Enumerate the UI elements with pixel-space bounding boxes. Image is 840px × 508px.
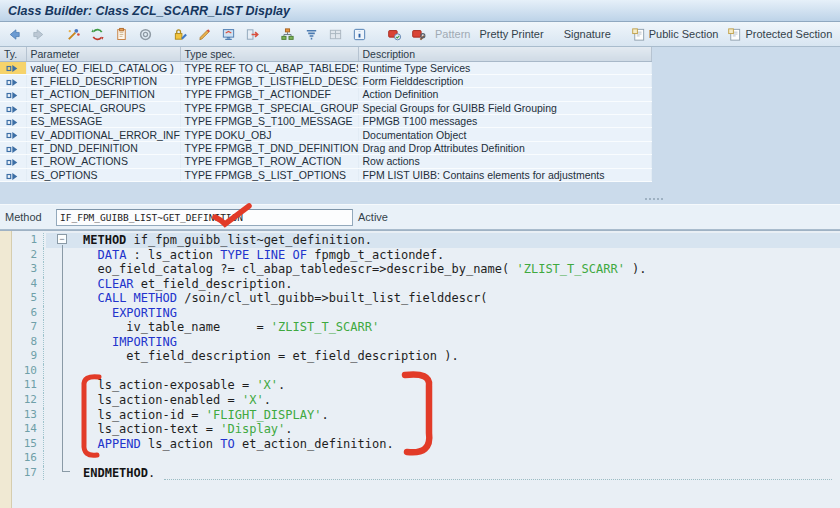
parameter-row[interactable]: value( EO_FIELD_CATALOG )TYPE REF TO CL_…	[0, 61, 651, 74]
line-number: 6	[0, 306, 44, 321]
parameter-cell[interactable]: ET_ROW_ACTIONS	[26, 155, 180, 168]
exporting-parameter-icon	[6, 155, 19, 167]
ty-cell[interactable]	[0, 168, 26, 181]
object-list-icon	[280, 27, 295, 42]
parameter-row[interactable]: EV_ADDITIONAL_ERROR_INFOTYPE DOKU_OBJDoc…	[0, 128, 651, 141]
parameter-cell[interactable]: ET_SPECIAL_GROUPS	[26, 101, 180, 114]
exporting-parameter-icon	[6, 129, 19, 141]
code-line[interactable]: 12 ls_action-enabled = 'X'.	[0, 393, 840, 408]
code-line[interactable]: 2 DATA : ls_action TYPE LINE OF fpmgb_t_…	[0, 248, 840, 263]
description-cell[interactable]: Special Groups for GUIBB Field Grouping	[358, 101, 651, 114]
ty-cell[interactable]	[0, 74, 26, 87]
code-text: CALL METHOD /soin/cl_utl_guibb=>built_li…	[44, 291, 488, 306]
parameter-row[interactable]: ET_ACTION_DEFINITIONTYPE FPMGB_T_ACTIOND…	[0, 88, 651, 101]
back-icon	[7, 27, 22, 42]
parameter-row[interactable]: ET_ROW_ACTIONSTYPE FPMGB_T_ROW_ACTIONRow…	[0, 155, 651, 168]
object-list-button[interactable]	[277, 26, 298, 43]
line-number: 5	[0, 291, 44, 306]
description-cell[interactable]: FPMGB T100 messages	[358, 115, 651, 128]
code-line[interactable]: 8 IMPORTING	[0, 335, 840, 350]
ty-cell[interactable]	[0, 101, 26, 114]
parameter-row[interactable]: ES_MESSAGETYPE FPMGB_S_T100_MESSAGEFPMGB…	[0, 115, 651, 128]
exit-icon	[245, 27, 260, 42]
parameter-cell[interactable]: ES_MESSAGE	[26, 115, 180, 128]
description-cell[interactable]: Documentation Object	[358, 128, 651, 141]
code-line[interactable]: 3 eo_field_catalog ?= cl_abap_tabledescr…	[0, 262, 840, 277]
where-used-button[interactable]	[135, 26, 156, 43]
code-line[interactable]: 7 iv_table_name = 'ZLIST_T_SCARR'	[0, 320, 840, 335]
line-number: 10	[0, 364, 44, 379]
check-button[interactable]	[384, 26, 405, 43]
code-line[interactable]: 6 EXPORTING	[0, 306, 840, 321]
code-line[interactable]: 1METHOD if_fpm_guibb_list~get_definition…	[0, 233, 840, 248]
refresh-button[interactable]	[87, 26, 108, 43]
column-header-ty: Ty.	[0, 47, 26, 61]
type-spec-cell[interactable]: TYPE FPMGB_S_LIST_OPTIONS	[180, 168, 358, 181]
code-line[interactable]: 13 ls_action-id = 'FLIGHT_DISPLAY'.	[0, 408, 840, 423]
test-button[interactable]	[218, 26, 239, 43]
back-button[interactable]	[4, 26, 25, 43]
activate-button[interactable]	[408, 26, 429, 43]
parameter-cell[interactable]: EV_ADDITIONAL_ERROR_INFO	[26, 128, 180, 141]
description-cell[interactable]: FPM LIST UIBB: Contains elements for adj…	[358, 168, 651, 181]
type-spec-cell[interactable]: TYPE REF TO CL_ABAP_TABLEDESCR	[180, 61, 358, 74]
type-spec-cell[interactable]: TYPE FPMGB_T_DND_DEFINITION	[180, 141, 358, 154]
type-spec-cell[interactable]: TYPE FPMGB_S_T100_MESSAGE	[180, 115, 358, 128]
line-number: 4	[0, 277, 44, 292]
fold-toggle-icon[interactable]: −	[57, 234, 67, 244]
code-line[interactable]: 9 et_field_description = et_field_descri…	[0, 349, 840, 364]
parameter-cell[interactable]: ET_FIELD_DESCRIPTION	[26, 74, 180, 87]
code-line[interactable]: 14 ls_action-text = 'Display'.	[0, 422, 840, 437]
code-line[interactable]: 16	[0, 451, 840, 466]
protected-section-button[interactable]: Protected Section	[724, 26, 835, 43]
code-line[interactable]: 15 APPEND ls_action TO et_action_definit…	[0, 437, 840, 452]
description-cell[interactable]: Drag and Drop Attributes Definition	[358, 141, 651, 154]
code-line[interactable]: 11 ls_action-exposable = 'X'.	[0, 378, 840, 393]
exporting-parameter-icon	[6, 115, 19, 127]
description-cell[interactable]: Runtime Type Services	[358, 61, 651, 74]
parameter-cell[interactable]: value( EO_FIELD_CATALOG )	[26, 61, 180, 74]
ty-cell[interactable]	[0, 128, 26, 141]
change-button[interactable]	[194, 26, 215, 43]
splitter-grip[interactable]	[645, 197, 669, 201]
code-text: ls_action-exposable = 'X'.	[44, 378, 285, 393]
sort-icon	[304, 27, 319, 42]
display-change-button[interactable]	[170, 26, 191, 43]
type-spec-cell[interactable]: TYPE FPMGB_T_ACTIONDEF	[180, 88, 358, 101]
type-spec-cell[interactable]: TYPE DOKU_OBJ	[180, 128, 358, 141]
description-cell[interactable]: Row actions	[358, 155, 651, 168]
type-spec-cell[interactable]: TYPE FPMGB_T_SPECIAL_GROUPS	[180, 101, 358, 114]
ty-cell[interactable]	[0, 88, 26, 101]
ty-cell[interactable]	[0, 155, 26, 168]
ty-cell[interactable]	[0, 141, 26, 154]
exit-button[interactable]	[242, 26, 263, 43]
code-line[interactable]: 4 CLEAR et_field_description.	[0, 277, 840, 292]
code-text: iv_table_name = 'ZLIST_T_SCARR'	[44, 320, 379, 335]
other-object-button[interactable]	[63, 26, 84, 43]
sort-button[interactable]	[301, 26, 322, 43]
copy-button[interactable]	[111, 26, 132, 43]
description-cell[interactable]: Action Definition	[358, 88, 651, 101]
code-text: EXPORTING	[44, 306, 177, 321]
method-name-input[interactable]	[56, 209, 353, 226]
parameter-row[interactable]: ET_DND_DEFINITIONTYPE FPMGB_T_DND_DEFINI…	[0, 141, 651, 154]
where-used-icon	[138, 27, 153, 42]
pretty-printer-button[interactable]: Pretty Printer	[476, 27, 546, 41]
signature-button[interactable]: Signature	[561, 27, 614, 41]
parameter-cell[interactable]: ES_OPTIONS	[26, 168, 180, 181]
description-cell[interactable]: Form Fielddescription	[358, 74, 651, 87]
code-line[interactable]: 5 CALL METHOD /soin/cl_utl_guibb=>built_…	[0, 291, 840, 306]
parameter-cell[interactable]: ET_ACTION_DEFINITION	[26, 88, 180, 101]
code-line[interactable]: 10	[0, 364, 840, 379]
type-spec-cell[interactable]: TYPE FPMGB_T_ROW_ACTION	[180, 155, 358, 168]
parameter-cell[interactable]: ET_DND_DEFINITION	[26, 141, 180, 154]
info-button[interactable]	[349, 26, 370, 43]
ty-cell[interactable]	[0, 61, 26, 74]
parameter-row[interactable]: ET_FIELD_DESCRIPTIONTYPE FPMGB_T_LISTFIE…	[0, 74, 651, 87]
code-editor[interactable]: 1METHOD if_fpm_guibb_list~get_definition…	[0, 230, 840, 508]
type-spec-cell[interactable]: TYPE FPMGB_T_LISTFIELD_DESCR	[180, 74, 358, 87]
public-section-button[interactable]: Public Section	[628, 26, 722, 43]
parameter-row[interactable]: ES_OPTIONSTYPE FPMGB_S_LIST_OPTIONSFPM L…	[0, 168, 651, 181]
ty-cell[interactable]	[0, 115, 26, 128]
parameter-row[interactable]: ET_SPECIAL_GROUPSTYPE FPMGB_T_SPECIAL_GR…	[0, 101, 651, 114]
